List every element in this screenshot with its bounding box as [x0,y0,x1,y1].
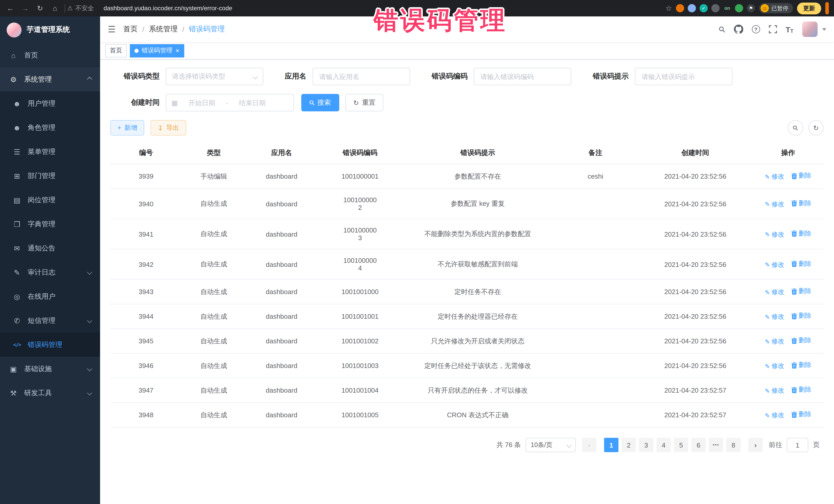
create-time-range-picker[interactable]: ▦ - [166,94,294,111]
sidebar-item-menu-management[interactable]: ☰ 菜单管理 [0,139,100,164]
add-button[interactable]: + 新增 [110,120,145,135]
page-ellipsis[interactable]: ••• [709,438,723,452]
cell-app: dashboard [246,164,317,189]
extension-icon-2[interactable] [688,4,696,12]
bookmark-star-icon[interactable]: ☆ [665,4,672,12]
page-button-3[interactable]: 3 [639,438,653,452]
sidebar-item-dict-management[interactable]: ❒ 字典管理 [0,212,100,236]
edit-link[interactable]: ✎修改 [765,362,784,371]
refresh-button[interactable]: ↻ [808,120,824,135]
edit-link[interactable]: ✎修改 [765,312,784,321]
table-row: 3943 自动生成 dashboard 1001001000 定时任务不存在 2… [110,280,824,304]
edit-link[interactable]: ✎修改 [765,411,784,420]
sidebar-item-error-code-management[interactable]: </> 错误码管理 [0,333,100,357]
user-icon: ☻ [12,99,22,108]
delete-link[interactable]: 删除 [791,336,811,345]
error-code-input[interactable] [474,68,571,85]
sidebar-item-sms-management[interactable]: ✆ 短信管理 [0,308,100,333]
reset-button[interactable]: ↻ 重置 [345,94,383,111]
start-date-input[interactable] [181,99,223,107]
delete-link[interactable]: 删除 [791,199,811,207]
chevron-down-icon[interactable] [822,28,826,30]
sidebar-item-dev-tools[interactable]: ⚒ 研发工具 [0,381,100,405]
page-button-1[interactable]: 1 [604,438,618,452]
close-icon[interactable]: × [176,47,179,54]
fullscreen-icon[interactable] [769,25,777,34]
chevron-up-icon [87,77,92,82]
search-icon: ⚲ [791,124,800,132]
table-row: 3945 自动生成 dashboard 1001001002 只允许修改为开启或… [110,329,824,353]
search-icon[interactable]: ⚲ [719,24,725,34]
show-search-button[interactable]: ⚲ [788,120,803,135]
sidebar-item-online-user[interactable]: ◎ 在线用户 [0,284,100,308]
extension-icon-5[interactable]: on [723,4,731,12]
sidebar-item-dept-management[interactable]: ⊞ 部门管理 [0,164,100,188]
next-page-button[interactable]: › [748,438,763,452]
github-icon[interactable] [734,25,743,34]
edit-link[interactable]: ✎修改 [765,230,784,239]
cell-time: 2021-04-20 23:52:56 [638,304,752,329]
error-msg-input[interactable] [635,68,732,85]
forward-icon[interactable]: → [20,4,30,12]
delete-link[interactable]: 删除 [791,386,811,394]
page-button-6[interactable]: 6 [691,438,706,452]
sidebar-item-system-management[interactable]: ⚙ 系统管理 [0,67,100,91]
extension-icon-6[interactable] [735,4,743,12]
sidebar-item-audit-log[interactable]: ✎ 审计日志 [0,260,100,284]
reload-icon[interactable]: ↻ [35,4,45,12]
error-type-select[interactable]: 请选择错误码类型 [166,68,263,85]
page-size-select[interactable]: 10条/页 [526,438,576,452]
end-date-input[interactable] [231,99,273,107]
warning-icon: ⚠ [67,5,73,12]
goto-page-input[interactable] [787,438,808,452]
app-name-input[interactable] [312,68,410,85]
update-button[interactable]: 更新 [797,2,821,14]
tab-home[interactable]: 首页 [105,44,127,57]
extension-icon-7[interactable]: ⚑ [747,4,755,12]
edit-link[interactable]: ✎修改 [765,387,784,395]
page-button-8[interactable]: 8 [726,438,741,452]
delete-link[interactable]: 删除 [791,171,811,180]
sidebar-item-user-management[interactable]: ☻ 用户管理 [0,91,100,115]
profile-chip[interactable]: ☺ 已暂停 [759,3,793,13]
delete-link[interactable]: 删除 [791,361,811,370]
security-indicator[interactable]: ⚠ 不安全 [65,4,99,13]
sidebar-collapse-icon[interactable]: ☰ [108,24,116,35]
tab-error-code[interactable]: 错误码管理 × [130,44,184,57]
delete-link[interactable]: 删除 [791,229,811,238]
sidebar-item-notice-announcement[interactable]: ✉ 通知公告 [0,236,100,260]
breadcrumb-home[interactable]: 首页 [124,25,138,34]
delete-link[interactable]: 删除 [791,410,811,419]
back-icon[interactable]: ← [5,4,15,12]
sidebar-item-role-management[interactable]: ☻ 角色管理 [0,115,100,139]
sidebar-item-home[interactable]: ⌂ 首页 [0,43,100,67]
breadcrumb-system[interactable]: 系统管理 [149,25,178,34]
delete-link[interactable]: 删除 [791,259,811,268]
address-bar[interactable]: dashboard.yudao.iocoder.cn/system/error-… [104,5,661,12]
page-button-4[interactable]: 4 [656,438,671,452]
edit-link[interactable]: ✎修改 [765,288,784,297]
search-button[interactable]: ⚲ 搜索 [301,94,339,111]
edit-link[interactable]: ✎修改 [765,261,784,269]
extension-icon-4[interactable] [711,4,720,12]
extension-icon-1[interactable] [676,4,684,12]
delete-link[interactable]: 删除 [791,311,811,320]
font-size-icon[interactable]: TT [786,25,793,34]
sidebar-item-post-management[interactable]: ▤ 岗位管理 [0,188,100,212]
home-icon[interactable]: ⌂ [50,4,60,12]
edit-link[interactable]: ✎修改 [765,172,784,181]
user-avatar[interactable] [802,22,817,37]
page-button-2[interactable]: 2 [621,438,636,452]
help-icon[interactable]: ? [752,25,760,34]
cell-time: 2021-04-20 23:52:56 [638,249,752,280]
prev-page-button[interactable]: ‹ [582,438,596,452]
page-button-5[interactable]: 5 [674,438,688,452]
edit-link[interactable]: ✎修改 [765,200,784,209]
sidebar-item-infrastructure[interactable]: ▣ 基础设施 [0,357,100,381]
sync-paused-badge: 已暂停 [771,4,788,12]
table-row: 3941 自动生成 dashboard 1001000003 不能删除类型为系统… [110,219,824,249]
export-button[interactable]: ↧ 导出 [151,120,186,135]
extension-icon-3[interactable]: ✓ [700,4,708,12]
edit-link[interactable]: ✎修改 [765,337,784,346]
delete-link[interactable]: 删除 [791,287,811,295]
